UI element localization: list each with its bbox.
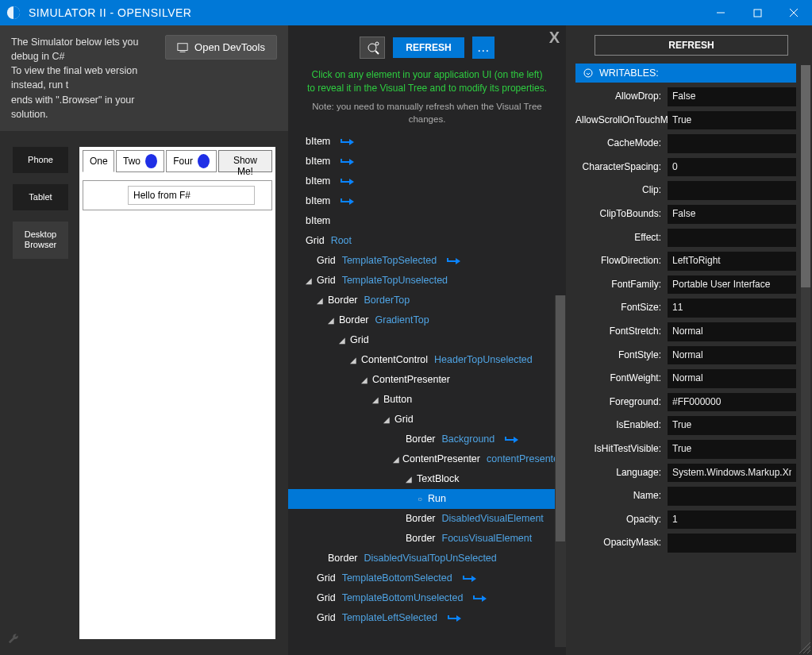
- properties-panel: REFRESH WRITABLES: AllowDrop:AllowScroll…: [566, 25, 812, 655]
- svg-rect-2: [754, 10, 761, 17]
- maximize-button[interactable]: [739, 0, 775, 25]
- property-row: Opacity:: [575, 511, 796, 530]
- pick-element-button[interactable]: [360, 37, 385, 59]
- flow-icon: [504, 433, 521, 445]
- show-me-button[interactable]: Show Me!: [218, 150, 272, 172]
- node-name: BorderTop: [364, 295, 410, 306]
- minimize-button[interactable]: [702, 0, 739, 25]
- resize-grip-icon[interactable]: [799, 642, 810, 653]
- property-value[interactable]: [668, 111, 796, 130]
- tree-node[interactable]: ◢ContentPresentercontentPresenter: [288, 449, 566, 469]
- node-type: ContentControl: [361, 354, 428, 365]
- property-value[interactable]: [668, 416, 796, 435]
- tree-scroll-thumb[interactable]: [556, 295, 565, 541]
- tree-node[interactable]: bItem: [288, 132, 566, 152]
- property-label: IsEnabled:: [575, 416, 668, 430]
- tree-node[interactable]: BorderDisabledVisualTopUnSelected: [288, 549, 566, 568]
- tree-node[interactable]: bItem: [288, 171, 566, 191]
- expand-icon[interactable]: ◢: [393, 455, 399, 464]
- tree-node[interactable]: BorderBackground: [288, 430, 566, 449]
- property-label: FontWeight:: [575, 369, 668, 383]
- tree-node[interactable]: bItem: [288, 211, 566, 231]
- props-scroll-thumb[interactable]: [801, 65, 810, 287]
- tree-node[interactable]: ◢BorderGradientTop: [288, 310, 566, 330]
- close-button[interactable]: [775, 0, 812, 25]
- device-desktop-button[interactable]: Desktop Browser: [13, 222, 68, 258]
- tree-node[interactable]: ◢BorderBorderTop: [288, 291, 566, 310]
- tree-node[interactable]: ◢ContentPresenter: [288, 370, 566, 390]
- flow-icon: [340, 175, 357, 187]
- tab-four[interactable]: Four: [166, 150, 217, 172]
- property-value[interactable]: [668, 158, 796, 177]
- tree-node[interactable]: ◢GridTemplateTopUnselected: [288, 271, 566, 291]
- simulator-canvas[interactable]: One Two Four Show Me! Hello from F#: [79, 147, 275, 639]
- device-tablet-button[interactable]: Tablet: [13, 184, 68, 210]
- tree-node[interactable]: GridRoot: [288, 231, 566, 251]
- property-value[interactable]: [668, 464, 796, 483]
- tree-node[interactable]: BorderFocusVisualElement: [288, 529, 566, 549]
- node-name: FocusVisualElement: [442, 533, 533, 544]
- property-value[interactable]: [668, 322, 796, 341]
- property-value[interactable]: [668, 229, 796, 248]
- expand-icon[interactable]: ◢: [337, 336, 347, 345]
- node-type: Grid: [306, 235, 325, 246]
- device-phone-button[interactable]: Phone: [13, 147, 68, 173]
- expand-icon[interactable]: ◢: [326, 316, 336, 325]
- node-type: bItem: [306, 175, 330, 187]
- expand-icon[interactable]: ◢: [371, 395, 380, 404]
- property-row: CacheMode:: [575, 134, 796, 153]
- property-value[interactable]: [668, 393, 796, 412]
- property-value[interactable]: [668, 275, 796, 295]
- property-value[interactable]: [668, 87, 796, 106]
- writables-header[interactable]: WRITABLES:: [575, 64, 796, 83]
- property-value[interactable]: [668, 134, 796, 153]
- wrench-icon[interactable]: [8, 631, 22, 645]
- expand-icon[interactable]: ◢: [404, 475, 414, 484]
- tree-node[interactable]: ◢Grid: [288, 410, 566, 430]
- refresh-props-button[interactable]: REFRESH: [595, 35, 788, 56]
- property-value[interactable]: [668, 534, 796, 553]
- property-value[interactable]: [668, 487, 796, 506]
- expand-icon[interactable]: ◢: [382, 415, 391, 424]
- property-row: Foreground:: [575, 393, 796, 412]
- property-row: FontSize:: [575, 299, 796, 318]
- tree-node[interactable]: ◢Grid: [288, 330, 566, 350]
- tree-scrollbar[interactable]: [555, 295, 566, 647]
- node-type: Border: [406, 533, 436, 544]
- property-label: ClipToBounds:: [575, 205, 668, 219]
- property-value[interactable]: [668, 369, 796, 388]
- refresh-tree-button[interactable]: REFRESH: [393, 37, 464, 58]
- expand-icon[interactable]: ◢: [360, 376, 369, 384]
- tree-node[interactable]: GridTemplateTopSelected: [288, 251, 566, 271]
- property-value[interactable]: [668, 205, 796, 224]
- expand-icon[interactable]: ◢: [304, 276, 314, 285]
- tree-node[interactable]: ○Run: [288, 489, 566, 509]
- expand-icon[interactable]: ○: [415, 495, 425, 503]
- visual-tree[interactable]: bItembItembItembItembItemGridRootGridTem…: [288, 132, 566, 655]
- svg-point-9: [375, 42, 379, 45]
- property-value[interactable]: [668, 511, 796, 530]
- tree-node[interactable]: bItem: [288, 191, 566, 211]
- tree-node[interactable]: bItem: [288, 152, 566, 171]
- property-value[interactable]: [668, 181, 796, 200]
- tree-node[interactable]: ◢ContentControlHeaderTopUnselected: [288, 350, 566, 370]
- property-value[interactable]: [668, 252, 796, 271]
- expand-icon[interactable]: ◢: [348, 356, 358, 364]
- tree-node[interactable]: GridTemplateBottomUnselected: [288, 588, 566, 608]
- property-value[interactable]: [668, 346, 796, 365]
- property-row: AllowDrop:: [575, 87, 796, 106]
- tree-node[interactable]: GridTemplateBottomSelected: [288, 568, 566, 588]
- tree-node[interactable]: BorderDisabledVisualElement: [288, 509, 566, 529]
- tab-one[interactable]: One: [83, 150, 114, 172]
- tree-hint-text: Click on any element in your application…: [288, 65, 566, 100]
- more-options-button[interactable]: …: [472, 37, 495, 59]
- open-devtools-button[interactable]: Open DevTools: [165, 35, 277, 60]
- blue-dot-icon: [145, 154, 157, 168]
- property-value[interactable]: [668, 299, 796, 318]
- tree-node[interactable]: GridTemplateLeftSelected: [288, 608, 566, 628]
- property-value[interactable]: [668, 440, 796, 459]
- expand-icon[interactable]: ◢: [315, 296, 325, 305]
- tree-node[interactable]: ◢TextBlock: [288, 469, 566, 489]
- tab-two[interactable]: Two: [116, 150, 164, 172]
- tree-node[interactable]: ◢Button: [288, 390, 566, 410]
